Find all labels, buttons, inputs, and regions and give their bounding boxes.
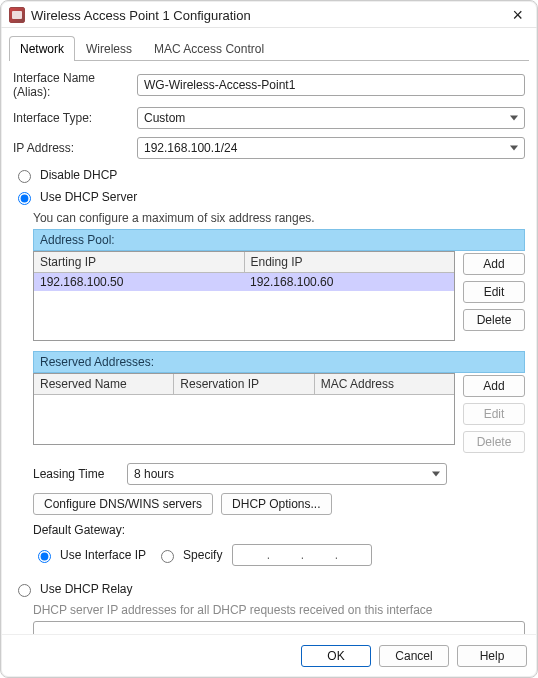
radio-use-dhcp-server-label: Use DHCP Server [40, 190, 137, 204]
radio-use-dhcp-relay-label: Use DHCP Relay [40, 582, 132, 596]
interface-name-value: WG-Wireless-Access-Point1 [144, 78, 295, 92]
reserved-header-mac: MAC Address [315, 374, 454, 394]
tab-wireless[interactable]: Wireless [75, 36, 143, 61]
interface-type-select[interactable]: Custom [137, 107, 525, 129]
reserved-header-name: Reserved Name [34, 374, 174, 394]
pool-row-end: 192.168.100.60 [244, 273, 454, 291]
address-pool-table[interactable]: Starting IP Ending IP 192.168.100.50 192… [33, 251, 455, 341]
leasing-time-value: 8 hours [134, 467, 174, 481]
radio-disable-dhcp[interactable]: Disable DHCP [13, 167, 525, 183]
leasing-time-select[interactable]: 8 hours [127, 463, 447, 485]
tab-network[interactable]: Network [9, 36, 75, 61]
tab-mac-access-control[interactable]: MAC Access Control [143, 36, 275, 61]
dialog-footer: OK Cancel Help [1, 634, 537, 677]
relay-server-list [33, 621, 525, 634]
radio-gw-specify-label: Specify [183, 548, 222, 562]
help-button[interactable]: Help [457, 645, 527, 667]
reserved-header-ip: Reservation IP [174, 374, 314, 394]
ip-address-label: IP Address: [13, 141, 131, 155]
relay-hint: DHCP server IP addresses for all DHCP re… [33, 603, 525, 617]
reserved-table[interactable]: Reserved Name Reservation IP MAC Address [33, 373, 455, 445]
interface-name-input[interactable]: WG-Wireless-Access-Point1 [137, 74, 525, 96]
table-row[interactable]: 192.168.100.50 192.168.100.60 [34, 273, 454, 291]
app-icon [9, 7, 25, 23]
pool-edit-button[interactable]: Edit [463, 281, 525, 303]
radio-gw-use-interface-ip[interactable]: Use Interface IP [33, 547, 146, 563]
window-title: Wireless Access Point 1 Configuration [31, 8, 508, 23]
radio-gw-specify[interactable]: Specify [156, 547, 222, 563]
default-gateway-label: Default Gateway: [33, 523, 525, 537]
ip-address-value: 192.168.100.1/24 [144, 141, 237, 155]
interface-type-label: Interface Type: [13, 111, 131, 125]
dhcp-hint: You can configure a maximum of six addre… [33, 211, 525, 225]
pool-add-button[interactable]: Add [463, 253, 525, 275]
interface-name-label: Interface Name (Alias): [13, 71, 131, 99]
reserved-edit-button: Edit [463, 403, 525, 425]
titlebar: Wireless Access Point 1 Configuration × [1, 1, 537, 28]
leasing-time-label: Leasing Time [33, 467, 121, 481]
configure-dns-wins-button[interactable]: Configure DNS/WINS servers [33, 493, 213, 515]
pool-header-start: Starting IP [34, 252, 245, 272]
ip-address-select[interactable]: 192.168.100.1/24 [137, 137, 525, 159]
radio-use-dhcp-server[interactable]: Use DHCP Server [13, 189, 525, 205]
tab-strip: Network Wireless MAC Access Control [9, 36, 529, 61]
interface-type-value: Custom [144, 111, 185, 125]
close-icon[interactable]: × [508, 8, 527, 22]
pool-header-end: Ending IP [245, 252, 455, 272]
reserved-title: Reserved Addresses: [33, 351, 525, 373]
ok-button[interactable]: OK [301, 645, 371, 667]
dhcp-options-button[interactable]: DHCP Options... [221, 493, 331, 515]
reserved-delete-button: Delete [463, 431, 525, 453]
tab-body-network: Interface Name (Alias): WG-Wireless-Acce… [9, 61, 529, 634]
cancel-button[interactable]: Cancel [379, 645, 449, 667]
pool-delete-button[interactable]: Delete [463, 309, 525, 331]
pool-row-start: 192.168.100.50 [34, 273, 244, 291]
reserved-add-button[interactable]: Add [463, 375, 525, 397]
radio-disable-dhcp-label: Disable DHCP [40, 168, 117, 182]
gw-specify-ip-input[interactable]: ... [232, 544, 372, 566]
radio-use-dhcp-relay[interactable]: Use DHCP Relay [13, 581, 525, 597]
address-pool-title: Address Pool: [33, 229, 525, 251]
radio-gw-use-interface-ip-label: Use Interface IP [60, 548, 146, 562]
